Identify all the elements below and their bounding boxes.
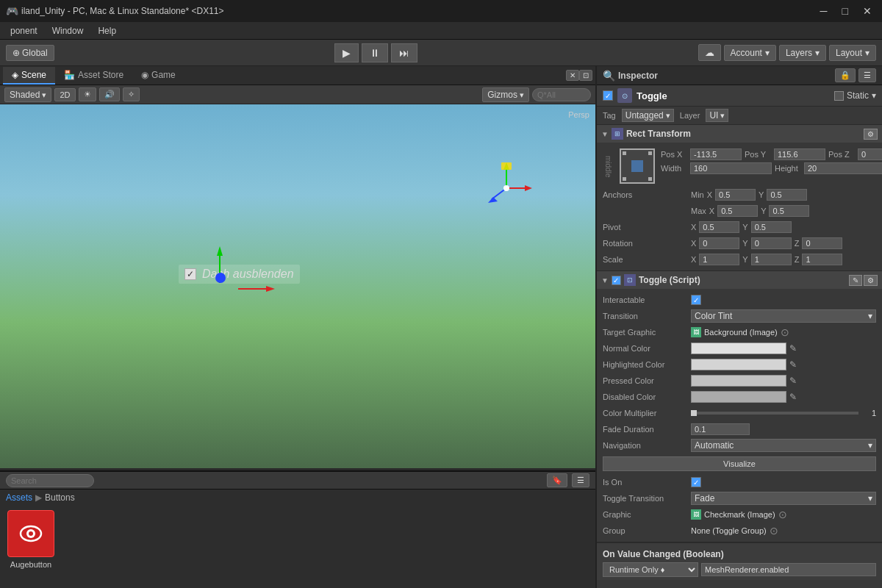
cloud-button[interactable]: ☁: [698, 44, 721, 61]
target-graphic-name: Background (Image): [704, 328, 778, 337]
transition-label: Transition: [603, 312, 691, 320]
pos-y-input[interactable]: [774, 148, 825, 160]
toggle-script-props: Interactable ✓ Transition Color Tint ▾: [597, 289, 882, 542]
transition-dropdown[interactable]: Color Tint ▾: [691, 309, 876, 323]
interactable-checkbox[interactable]: ✓: [691, 295, 701, 305]
anchor-min-y-input[interactable]: [767, 189, 807, 201]
toggle-script-edit-button[interactable]: ✎: [849, 275, 862, 286]
tab-game[interactable]: ◉ Game: [132, 67, 184, 85]
menu-help[interactable]: Help: [90, 24, 123, 37]
target-graphic-select-button[interactable]: ⊙: [781, 326, 789, 338]
graphic-select-button[interactable]: ⊙: [778, 509, 787, 520]
method-field[interactable]: [701, 563, 876, 576]
toggle-script-settings-button[interactable]: ⚙: [864, 275, 878, 286]
scale-x-input[interactable]: [699, 254, 739, 265]
rotation-x-input[interactable]: [699, 237, 739, 249]
menu-component[interactable]: ponent: [3, 24, 45, 37]
scene-search-input[interactable]: [532, 88, 591, 101]
local-global-icon: ⊕: [12, 48, 20, 58]
toggle-transition-dropdown[interactable]: Fade ▾: [691, 492, 876, 505]
anchor-min-x-input[interactable]: [715, 189, 756, 201]
close-button[interactable]: ✕: [858, 4, 876, 18]
inspector-menu-button[interactable]: ☰: [858, 68, 876, 82]
tag-dropdown[interactable]: Untagged ▾: [622, 109, 674, 122]
toggle-script-checkbox[interactable]: ✓: [612, 276, 621, 285]
menu-window[interactable]: Window: [45, 24, 91, 37]
rotation-y-input[interactable]: [751, 237, 792, 249]
audio-button[interactable]: 🔊: [99, 87, 120, 101]
normal-color-edit-button[interactable]: ✎: [789, 343, 797, 354]
anchor-widget[interactable]: [620, 148, 655, 184]
breadcrumb: Assets ▶ Buttons: [0, 490, 595, 506]
object-name[interactable]: Toggle: [637, 90, 830, 101]
pos-z-input[interactable]: [858, 148, 882, 160]
scene-toolbar: Shaded ▾ 2D ☀ 🔊 ✧ Gizmos ▾: [0, 85, 595, 104]
maximize-button[interactable]: □: [838, 4, 853, 18]
group-select-button[interactable]: ⊙: [770, 525, 778, 537]
pivot-x-input[interactable]: [699, 221, 739, 233]
scene-maximize-button[interactable]: ⊡: [579, 70, 592, 81]
asset-bookmark-button[interactable]: 🔖: [547, 473, 567, 487]
toggle-transition-row: Toggle Transition Fade ▾: [597, 490, 882, 506]
object-icon: ⊙: [617, 88, 632, 103]
layers-dropdown[interactable]: Layers ▾: [779, 45, 826, 61]
pressed-color-swatch[interactable]: [691, 375, 786, 387]
height-input[interactable]: [804, 162, 882, 174]
pressed-color-edit-button[interactable]: ✎: [789, 376, 797, 386]
navigation-dropdown[interactable]: Automatic ▾: [691, 439, 876, 452]
is-on-checkbox[interactable]: ✓: [691, 477, 701, 487]
list-item[interactable]: Augebutton: [7, 510, 54, 569]
static-checkbox-group: Static ▾: [834, 90, 876, 101]
gizmos-dropdown[interactable]: Gizmos ▾: [482, 87, 529, 102]
runtime-only-dropdown[interactable]: Runtime Only ♦: [603, 562, 698, 577]
static-dropdown-arrow[interactable]: ▾: [872, 90, 876, 101]
account-dropdown[interactable]: Account ▾: [724, 45, 776, 61]
disabled-color-value: ✎: [691, 391, 876, 403]
rect-transform-header[interactable]: ▼ ⊞ Rect Transform ⚙: [597, 125, 882, 143]
pivot-y-input[interactable]: [751, 221, 792, 233]
inspector-panel: 🔍 Inspector 🔒 ☰ ✓ ⊙ Toggle Static ▾ Tag …: [595, 66, 882, 588]
tab-asset-store[interactable]: 🏪 Asset Store: [55, 67, 132, 85]
pause-button[interactable]: ⏸: [362, 43, 388, 62]
scene-viewport[interactable]: ✓ Dach ausblenden P: [0, 104, 595, 468]
disabled-color-swatch[interactable]: [691, 391, 786, 403]
rect-transform-settings-button[interactable]: ⚙: [864, 129, 878, 140]
scene-settings-button[interactable]: ✕: [566, 70, 579, 81]
svg-rect-7: [501, 162, 512, 170]
pos-x-input[interactable]: [690, 148, 742, 160]
toggle-script-header[interactable]: ▼ ✓ ⊡ Toggle (Script) ✎ ⚙: [597, 271, 882, 289]
anchor-max-y-input[interactable]: [769, 205, 809, 217]
local-global-button[interactable]: ⊕ Global: [6, 45, 54, 61]
step-button[interactable]: ⏭: [391, 43, 417, 62]
static-checkbox[interactable]: [834, 91, 844, 101]
chevron-down-icon: ▾: [868, 311, 872, 321]
anchor-max-x-input[interactable]: [717, 205, 758, 217]
lighting-button[interactable]: ☀: [79, 87, 96, 101]
layer-dropdown[interactable]: UI ▾: [706, 109, 728, 122]
scale-y-input[interactable]: [751, 254, 792, 265]
layout-dropdown[interactable]: Layout ▾: [829, 45, 876, 61]
minimize-button[interactable]: ─: [816, 4, 832, 18]
main-layout: ◈ Scene 🏪 Asset Store ◉ Game ✕ ⊡ Shaded …: [0, 66, 882, 588]
shading-dropdown[interactable]: Shaded ▾: [4, 87, 51, 102]
width-input[interactable]: [690, 162, 772, 174]
play-button[interactable]: ▶: [334, 43, 359, 62]
scale-z-input[interactable]: [802, 254, 842, 265]
color-multiplier-slider[interactable]: 1: [691, 409, 876, 417]
group-ref: None (Toggle Group) ⊙: [691, 525, 876, 537]
normal-color-swatch[interactable]: [691, 343, 786, 354]
visualize-button[interactable]: Visualize: [603, 456, 876, 471]
highlighted-color-swatch[interactable]: [691, 359, 786, 370]
2d-button[interactable]: 2D: [54, 88, 75, 101]
asset-search-input[interactable]: [6, 474, 94, 487]
inspector-lock-button[interactable]: 🔒: [835, 68, 856, 82]
rotation-z-input[interactable]: [802, 237, 842, 249]
highlighted-color-edit-button[interactable]: ✎: [789, 359, 797, 370]
disabled-color-edit-button[interactable]: ✎: [789, 392, 797, 402]
asset-filter-button[interactable]: ☰: [572, 473, 589, 487]
rotation-label: Rotation: [603, 239, 691, 248]
object-active-checkbox[interactable]: ✓: [603, 90, 613, 101]
tab-scene[interactable]: ◈ Scene: [3, 67, 55, 85]
effects-button[interactable]: ✧: [123, 87, 140, 101]
fade-duration-input[interactable]: [691, 423, 750, 435]
